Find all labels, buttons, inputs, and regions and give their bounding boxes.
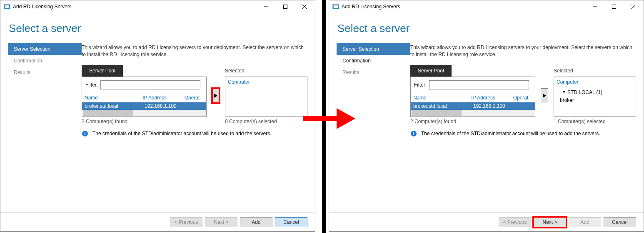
svg-marker-15 — [543, 94, 546, 98]
tab-server-pool[interactable]: Server Pool — [410, 65, 452, 77]
maximize-button[interactable] — [276, 1, 295, 12]
col-name[interactable]: Name — [85, 95, 142, 101]
filter-label: Filter: — [85, 82, 98, 88]
h-scrollbar[interactable] — [411, 110, 535, 116]
add-server-button[interactable] — [541, 88, 548, 103]
nav-server-selection[interactable]: Server Selection — [8, 43, 82, 55]
wizard-window-before: Add RD Licensing Servers Select a server… — [0, 0, 315, 232]
selected-label: Selected — [554, 65, 636, 77]
selected-server-node[interactable]: broker — [557, 97, 632, 104]
svg-rect-10 — [334, 5, 338, 8]
selected-list: Computer STD.LOCAL (1) broker — [554, 77, 636, 117]
col-ip[interactable]: IP Address — [142, 95, 184, 101]
maximize-button[interactable] — [604, 1, 624, 12]
nav-results: Results — [8, 67, 82, 78]
titlebar[interactable]: Add RD Licensing Servers — [0, 0, 315, 13]
selected-count: 1 Computer(s) selected — [554, 117, 636, 124]
next-button[interactable]: Next > — [534, 217, 566, 227]
nav-server-selection[interactable]: Server Selection — [337, 43, 410, 55]
h-scrollbar[interactable] — [82, 110, 206, 116]
nav-results: Results — [337, 67, 410, 78]
server-ip: 192.168.1.100 — [473, 103, 517, 109]
app-icon — [4, 3, 10, 10]
server-ip: 192.168.1.100 — [145, 103, 188, 109]
svg-marker-6 — [214, 94, 217, 98]
svg-rect-1 — [5, 5, 9, 8]
next-button: Next > — [205, 217, 237, 227]
instructions-text: This wizard allows you to add RD Licensi… — [82, 43, 307, 65]
selected-list: Computer — [225, 77, 307, 117]
svg-text:i: i — [413, 131, 414, 136]
page-title: Select a server — [329, 13, 644, 43]
page-title: Select a server — [0, 13, 315, 43]
col-computer[interactable]: Computer — [557, 79, 579, 85]
tree-collapse-icon — [562, 91, 566, 94]
col-os[interactable]: Operat — [513, 95, 532, 101]
filter-input[interactable] — [429, 80, 529, 89]
minimize-button[interactable] — [257, 1, 276, 12]
nav-confirmation: Confirmation — [8, 55, 82, 67]
chevron-right-icon — [543, 94, 546, 98]
server-pool-list: Filter: Name IP Address Operat broker.st… — [82, 77, 207, 117]
col-name[interactable]: Name — [413, 95, 471, 101]
add-server-button[interactable] — [212, 88, 220, 103]
selected-domain-node[interactable]: STD.LOCAL (1) — [557, 88, 632, 97]
filter-input[interactable] — [100, 80, 200, 89]
svg-marker-20 — [337, 108, 355, 129]
col-ip[interactable]: IP Address — [471, 95, 513, 101]
titlebar[interactable]: Add RD Licensing Servers — [329, 0, 644, 13]
selected-label: Selected — [225, 65, 307, 77]
server-pool-list: Filter: Name IP Address Operat broker.st… — [410, 77, 535, 117]
instructions-text: This wizard allows you to add RD Licensi… — [410, 43, 636, 65]
close-button[interactable] — [295, 1, 314, 12]
svg-marker-16 — [562, 91, 566, 93]
wizard-window-after: Add RD Licensing Servers Select a server… — [329, 0, 644, 232]
previous-button: < Previous — [170, 217, 202, 227]
previous-button: < Previous — [499, 217, 531, 227]
window-title: Add RD Licensing Servers — [13, 4, 257, 10]
sidebar: Server Selection Confirmation Results — [8, 43, 82, 212]
add-button[interactable]: Add — [240, 217, 272, 227]
tab-server-pool[interactable]: Server Pool — [82, 65, 123, 77]
minimize-button[interactable] — [585, 1, 604, 12]
server-row[interactable]: broker.std.local 192.168.1.100 — [411, 102, 535, 110]
col-os[interactable]: Operat — [185, 95, 204, 101]
window-title: Add RD Licensing Servers — [342, 4, 585, 10]
selected-domain-label: STD.LOCAL (1) — [567, 89, 602, 95]
info-icon: i — [82, 130, 88, 137]
cancel-button[interactable]: Cancel — [604, 217, 636, 227]
add-button: Add — [569, 217, 601, 227]
selected-count: 0 Computer(s) selected — [225, 117, 307, 124]
col-computer[interactable]: Computer — [228, 79, 250, 85]
server-name: broker.std.local — [85, 103, 145, 109]
info-icon: i — [410, 130, 417, 137]
app-icon — [332, 3, 339, 10]
red-arrow-annotation — [301, 106, 355, 131]
svg-text:i: i — [84, 131, 85, 136]
pool-count: 2 Computer(s) found — [82, 117, 207, 124]
cancel-button[interactable]: Cancel — [275, 217, 307, 227]
close-button[interactable] — [624, 1, 643, 12]
pool-count: 2 Computer(s) found — [410, 117, 535, 124]
svg-rect-12 — [612, 5, 616, 9]
chevron-right-icon — [214, 94, 217, 98]
filter-label: Filter: — [414, 82, 427, 88]
info-text: The credentials of the STD\administrator… — [92, 131, 272, 136]
server-name: broker.std.local — [413, 103, 473, 109]
svg-rect-3 — [284, 5, 287, 9]
nav-confirmation[interactable]: Confirmation — [337, 55, 410, 67]
info-text: The credentials of the STD\administrator… — [421, 131, 600, 136]
server-row[interactable]: broker.std.local 192.168.1.100 — [82, 102, 206, 110]
